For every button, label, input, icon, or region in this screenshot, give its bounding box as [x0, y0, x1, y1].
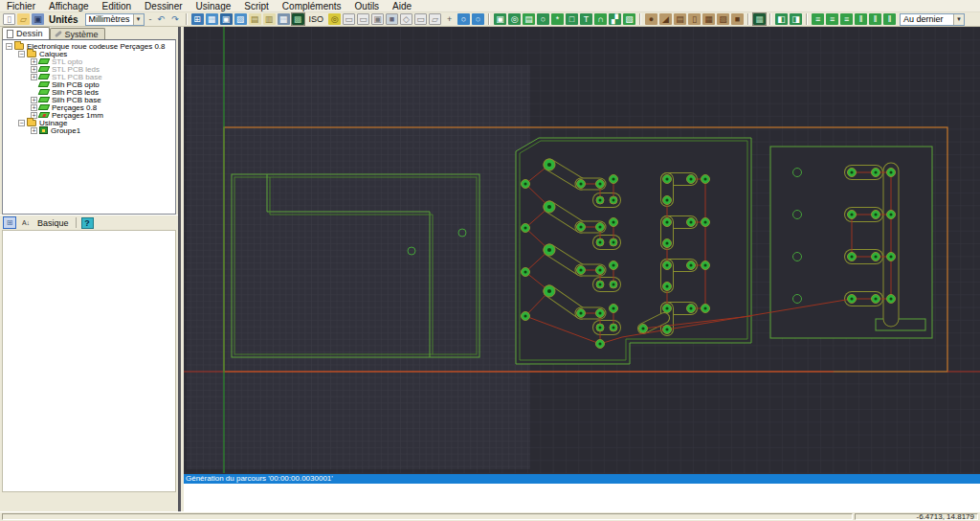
menu-script[interactable]: Script — [237, 0, 276, 12]
properties-panel — [2, 230, 176, 492]
zoom-out-icon[interactable]: ○ — [471, 12, 485, 26]
align-right-icon[interactable]: ≡ — [839, 12, 854, 26]
draw-star-icon[interactable]: * — [550, 12, 565, 26]
pad-hole — [547, 205, 551, 209]
align-middle-icon[interactable]: ‖ — [868, 12, 882, 26]
note-icon[interactable]: ▤ — [248, 12, 262, 26]
hatch-icon[interactable]: ▨ — [234, 12, 248, 26]
toolpath-icon[interactable]: ▦ — [752, 12, 767, 26]
open-file-icon-glyph: ▱ — [17, 13, 30, 25]
tree-item[interactable]: +Groupe1 — [3, 126, 175, 134]
draw-path-icon[interactable]: ▞ — [608, 12, 622, 26]
mill-pocket-icon[interactable]: ▤ — [673, 12, 687, 26]
pad-hole — [612, 263, 614, 266]
collapse-icon[interactable]: − — [18, 51, 25, 57]
expand-icon[interactable]: + — [31, 74, 37, 80]
menu-compléments[interactable]: Compléments — [276, 0, 348, 12]
mill-ramp-icon[interactable]: ◢ — [658, 12, 673, 26]
mill-cross-icon[interactable]: ▨ — [716, 12, 730, 26]
expand-icon[interactable]: + — [31, 66, 37, 73]
draw-circle-icon[interactable]: ○ — [536, 12, 550, 26]
dark-view-icon[interactable]: ▩ — [291, 12, 305, 26]
help-button[interactable]: ? — [81, 217, 94, 229]
pad-hole — [850, 170, 853, 173]
tree-item[interactable]: −Calques — [3, 50, 175, 57]
fit-view-icon[interactable]: + — [442, 12, 457, 26]
tree-item[interactable]: −Usinage — [3, 119, 175, 126]
expand-icon[interactable]: + — [31, 104, 37, 111]
mill-hatch-icon[interactable]: ▦ — [702, 12, 716, 26]
draw-text-icon[interactable]: T — [579, 12, 593, 26]
zoom-in-icon[interactable]: ○ — [457, 12, 471, 26]
mill-slot-icon[interactable]: ▯ — [687, 12, 702, 26]
draw-square-icon[interactable]: □ — [565, 12, 579, 26]
drawing-canvas[interactable] — [184, 27, 980, 473]
menu-edition[interactable]: Edition — [96, 0, 139, 12]
collapse-icon[interactable]: − — [18, 120, 25, 126]
align-center-icon[interactable]: ≡ — [825, 12, 839, 26]
menu-aide[interactable]: Aide — [386, 0, 418, 12]
menu-fichier[interactable]: Fichier — [0, 0, 42, 12]
expand-icon[interactable]: + — [31, 58, 37, 65]
units-select[interactable]: Millimètres▼ — [85, 13, 145, 26]
mill-fill-icon[interactable]: ■ — [730, 12, 745, 26]
view-top-icon[interactable]: ▭ — [342, 12, 356, 26]
draw-pad-icon[interactable]: ◎ — [507, 12, 522, 26]
categorized-view-button[interactable]: ⊞ — [3, 216, 16, 229]
note2-icon[interactable]: ▥ — [262, 12, 277, 26]
grid-icon[interactable]: ▦ — [205, 12, 219, 26]
view-iso4-icon[interactable]: ▱ — [428, 12, 442, 26]
chevron-down-icon[interactable]: ▼ — [133, 14, 144, 25]
split-right-icon[interactable]: ◨ — [789, 12, 803, 26]
draw-rect-icon[interactable]: ▣ — [493, 12, 507, 26]
draw-poly-icon-glyph: ▧ — [623, 13, 635, 25]
draw-poly-icon[interactable]: ▧ — [622, 12, 636, 26]
menu-bar: FichierAffichageEditionDessinerUsinageSc… — [0, 0, 980, 12]
split-left-icon[interactable]: ◧ — [774, 12, 789, 26]
align-left-icon[interactable]: ≡ — [811, 12, 825, 26]
grid-add-icon[interactable]: ⊞ — [190, 12, 205, 26]
open-file-icon[interactable]: ▱ — [16, 12, 31, 26]
align-bottom-icon[interactable]: ‖ — [882, 12, 897, 26]
layers-icon[interactable]: ▦ — [277, 12, 291, 26]
view-front-icon[interactable]: ▭ — [356, 12, 370, 26]
menu-usinage[interactable]: Usinage — [189, 0, 238, 12]
order-select[interactable]: Au dernier▼ — [900, 13, 965, 26]
light-icon[interactable]: ◎ — [327, 12, 342, 26]
project-tree[interactable]: −Electronique roue codeuse Perçages 0.8−… — [2, 39, 176, 215]
expand-icon[interactable]: + — [31, 127, 37, 134]
pad-hole — [665, 263, 668, 266]
view-iso3-icon[interactable]: ▭ — [413, 12, 428, 26]
menu-outils[interactable]: Outils — [348, 0, 387, 12]
draw-grid-icon[interactable]: ▤ — [522, 12, 536, 26]
folder-icon — [14, 43, 24, 50]
mill-cross-icon-glyph: ▨ — [717, 13, 729, 25]
view-iso1-icon[interactable]: ■ — [385, 12, 399, 26]
new-file-icon[interactable]: ▯ — [2, 12, 16, 26]
expand-icon[interactable]: + — [31, 97, 37, 103]
tab-système[interactable]: Système — [50, 28, 105, 39]
snap-icon[interactable]: ▣ — [219, 12, 234, 26]
menu-affichage[interactable]: Affichage — [42, 0, 96, 12]
view-iso2-icon[interactable]: ◇ — [399, 12, 413, 26]
mill-drill-icon[interactable]: ● — [644, 12, 658, 26]
menu-dessiner[interactable]: Dessiner — [138, 0, 189, 12]
categorized-icon: ⊞ — [7, 218, 13, 227]
save-icon[interactable]: ▣ — [31, 12, 45, 26]
toolbar-separator — [488, 13, 490, 25]
undo-icon[interactable]: ↶ — [154, 12, 168, 26]
view-side-icon[interactable]: ▣ — [370, 12, 385, 26]
mini-separator — [76, 217, 77, 228]
tab-dessin[interactable]: Dessin — [2, 27, 50, 39]
pad-hole — [598, 311, 601, 314]
iso-button[interactable]: ISO — [305, 13, 328, 25]
collapse-icon[interactable]: − — [6, 43, 12, 50]
sort-az-button[interactable]: A↓ — [19, 216, 33, 229]
pad-hole — [612, 241, 615, 244]
draw-arc-icon[interactable]: ∩ — [593, 12, 608, 26]
align-top-icon[interactable]: ‖ — [854, 12, 868, 26]
order-select-value: Au dernier — [901, 14, 953, 24]
chevron-down-icon[interactable]: ▼ — [953, 14, 964, 25]
console-status-line[interactable]: Génération du parcours '00:00:00.0030001… — [184, 474, 980, 484]
redo-icon[interactable]: ↷ — [168, 12, 183, 26]
